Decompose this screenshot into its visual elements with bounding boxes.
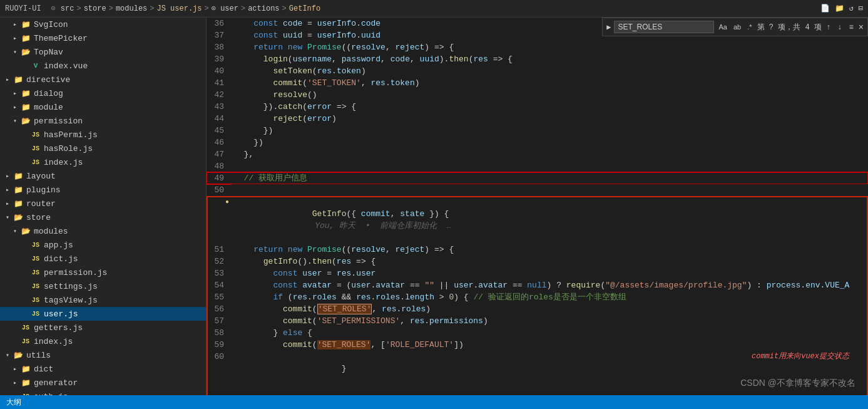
close-other-button[interactable]: ≡ bbox=[847, 21, 856, 33]
whole-word-button[interactable]: ab bbox=[731, 22, 743, 32]
table-row: 48 bbox=[207, 160, 868, 172]
table-row: 40 setToken(res.token) bbox=[207, 65, 868, 77]
search-input[interactable] bbox=[614, 21, 714, 33]
arrow-icon bbox=[10, 90, 20, 97]
sidebar-item-label: tagsView.js bbox=[44, 296, 98, 305]
sidebar-item-settings-js[interactable]: JS settings.js bbox=[0, 279, 206, 293]
table-row: 42 resolve() bbox=[207, 89, 868, 101]
sidebar-item-permission[interactable]: 📂 permission bbox=[0, 114, 206, 128]
sidebar-item-topnav[interactable]: 📂 TopNav bbox=[0, 45, 206, 59]
folder-icon: 📁 bbox=[13, 185, 24, 195]
js-icon: JS bbox=[30, 159, 41, 166]
sidebar-item-label: settings.js bbox=[44, 282, 98, 291]
sidebar-item-label: index.vue bbox=[44, 61, 88, 71]
folder-open-icon: 📂 bbox=[20, 116, 31, 126]
status-bar: 大纲 bbox=[0, 395, 868, 409]
sidebar-item-utils[interactable]: 📂 utils bbox=[0, 348, 206, 362]
sidebar-item-layout[interactable]: 📁 layout bbox=[0, 169, 206, 183]
sidebar-item-app-js[interactable]: JS app.js bbox=[0, 238, 206, 252]
folder-icon: 📁 bbox=[20, 20, 31, 29]
folder-icon: 📁 bbox=[20, 365, 31, 374]
sidebar-item-label: dict bbox=[34, 365, 53, 374]
table-row: 38 return new Promise((resolve, reject) … bbox=[207, 41, 868, 53]
js-icon: JS bbox=[30, 297, 41, 304]
search-close-button[interactable]: × bbox=[859, 22, 864, 32]
new-file-icon[interactable]: 📄 bbox=[820, 4, 830, 13]
sidebar-item-dict[interactable]: 📁 dict bbox=[0, 362, 206, 376]
sidebar-item-label: index.js bbox=[44, 158, 83, 167]
js-icon: JS bbox=[30, 311, 41, 318]
arrow-icon bbox=[3, 172, 13, 180]
js-icon: JS bbox=[30, 256, 41, 262]
sidebar-item-label: permission bbox=[34, 116, 83, 126]
collapse-icon[interactable]: ⊟ bbox=[859, 4, 863, 13]
sidebar-item-auth-js[interactable]: JS auth.js bbox=[0, 390, 206, 395]
breadcrumb-file: JS user.js bbox=[157, 4, 202, 13]
table-row: 55 if (res.roles && res.roles.length > 0… bbox=[207, 291, 868, 303]
sidebar-item-router[interactable]: 📁 router bbox=[0, 197, 206, 210]
folder-icon: 📁 bbox=[13, 75, 24, 85]
sidebar-item-getters-js[interactable]: JS getters.js bbox=[0, 321, 206, 334]
table-row: 53 const user = res.user bbox=[207, 267, 868, 279]
code-content[interactable]: 36 const code = userInfo.code 37 const u… bbox=[207, 18, 868, 395]
sidebar-item-index-js-store[interactable]: JS index.js bbox=[0, 334, 206, 348]
js-icon: JS bbox=[30, 132, 41, 138]
sidebar-item-themepicker[interactable]: 📁 ThemePicker bbox=[0, 31, 206, 45]
sidebar-item-plugins[interactable]: 📁 plugins bbox=[0, 183, 206, 197]
search-result-count: 第 ? 项，共 4 项 bbox=[757, 22, 822, 33]
table-row: 58 } else { bbox=[207, 327, 868, 339]
table-row: 45 }) bbox=[207, 125, 868, 137]
folder-open-icon: 📂 bbox=[20, 227, 31, 236]
sidebar-item-label: ThemePicker bbox=[34, 34, 88, 43]
sidebar-item-dict-js[interactable]: JS dict.js bbox=[0, 252, 206, 266]
table-row: 51 return new Promise((resolve, reject) … bbox=[207, 244, 868, 256]
sidebar-item-index-js-directive[interactable]: JS index.js bbox=[0, 155, 206, 169]
arrow-icon bbox=[3, 186, 13, 194]
sidebar-item-module[interactable]: 📁 module bbox=[0, 100, 206, 114]
sidebar-item-label: dialog bbox=[34, 89, 63, 98]
breadcrumb-store: store bbox=[84, 4, 106, 13]
sidebar-item-generator[interactable]: 📁 generator bbox=[0, 376, 206, 390]
sidebar-item-haspermi[interactable]: JS hasPermi.js bbox=[0, 128, 206, 142]
case-sensitive-button[interactable]: Aa bbox=[717, 22, 730, 32]
folder-icon: 📁 bbox=[13, 199, 24, 209]
arrow-icon bbox=[3, 76, 13, 83]
arrow-icon bbox=[10, 379, 20, 386]
breadcrumb-src: src bbox=[61, 4, 74, 13]
table-row: 60 } commit用来向vuex提交状态 bbox=[207, 351, 868, 395]
sidebar-item-store[interactable]: 📂 store bbox=[0, 210, 206, 224]
refresh-icon[interactable]: ↺ bbox=[849, 4, 854, 13]
arrow-icon bbox=[10, 103, 20, 111]
sidebar-item-index-vue[interactable]: V index.vue bbox=[0, 59, 206, 73]
table-row: 46 }) bbox=[207, 137, 868, 148]
folder-icon: 📁 bbox=[20, 34, 31, 43]
sidebar-item-label: app.js bbox=[44, 241, 73, 250]
sidebar-item-label: router bbox=[26, 199, 56, 209]
breadcrumb-user: ⊙ user bbox=[212, 4, 238, 13]
arrow-icon bbox=[10, 365, 20, 373]
folder-icon: 📁 bbox=[20, 378, 31, 388]
editor-area: ▶ Aa ab .* 第 ? 项，共 4 项 ↑ ↓ ≡ × 36 bbox=[207, 18, 868, 395]
search-arrow-icon: ▶ bbox=[606, 23, 611, 32]
next-match-button[interactable]: ↓ bbox=[835, 21, 844, 33]
table-row: 52 getInfo().then(res => { bbox=[207, 256, 868, 267]
arrow-icon bbox=[3, 214, 13, 221]
sidebar-item-modules[interactable]: 📂 modules bbox=[0, 224, 206, 238]
folder-icon: 📁 bbox=[13, 172, 24, 181]
sidebar-item-svgicon[interactable]: 📁 SvgIcon bbox=[0, 18, 206, 31]
table-row: 54 const avatar = (user.avatar == "" || … bbox=[207, 279, 868, 291]
arrow-icon bbox=[10, 227, 20, 235]
sidebar-item-tagsview-js[interactable]: JS tagsView.js bbox=[0, 293, 206, 307]
table-row: 59 commit('SET_ROLES', ['ROLE_DEFAULT']) bbox=[207, 339, 868, 351]
folder-icon: 📁 bbox=[20, 103, 31, 112]
sidebar-item-dialog[interactable]: 📁 dialog bbox=[0, 86, 206, 100]
sidebar-item-permission-js[interactable]: JS permission.js bbox=[0, 266, 206, 279]
regex-button[interactable]: .* bbox=[745, 22, 754, 32]
sidebar-item-hasrole[interactable]: JS hasRole.js bbox=[0, 142, 206, 155]
sidebar-item-label: permission.js bbox=[44, 268, 107, 277]
prev-match-button[interactable]: ↑ bbox=[824, 21, 833, 33]
sidebar-item-user-js[interactable]: JS user.js bbox=[0, 307, 206, 321]
new-folder-icon[interactable]: 📁 bbox=[835, 4, 844, 13]
js-icon: JS bbox=[30, 242, 41, 249]
sidebar-item-directive[interactable]: 📁 directive bbox=[0, 73, 206, 86]
